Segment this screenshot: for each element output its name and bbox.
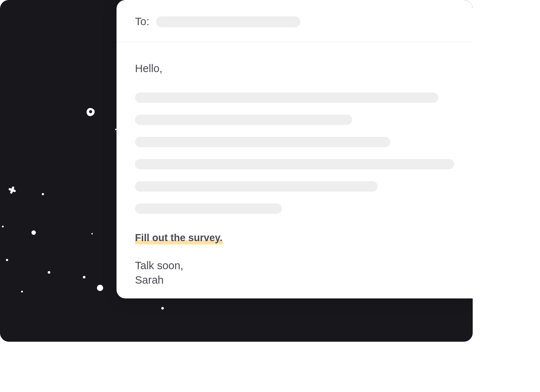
blob-icon — [87, 108, 95, 116]
star-icon — [83, 276, 85, 278]
star-icon — [2, 226, 4, 227]
space-background: To: Hello, Fill out the survey. Talk soo… — [0, 0, 473, 342]
body-placeholder-line — [135, 92, 438, 103]
to-label: To: — [135, 16, 149, 28]
to-field-row: To: — [117, 0, 473, 42]
body-placeholder-line — [135, 203, 282, 214]
closing-text: Talk soon, Sarah — [135, 258, 454, 287]
email-compose-card: To: Hello, Fill out the survey. Talk soo… — [117, 0, 473, 298]
greeting-text: Hello, — [135, 62, 454, 75]
closing-phrase: Talk soon, — [135, 260, 183, 271]
star-icon — [48, 271, 50, 274]
to-input-placeholder[interactable] — [156, 16, 300, 27]
signature: Sarah — [135, 274, 163, 286]
star-icon — [21, 291, 23, 293]
star-icon — [161, 307, 164, 310]
survey-link[interactable]: Fill out the survey. — [135, 232, 223, 244]
body-placeholder-line — [135, 137, 390, 147]
body-placeholder-line — [135, 159, 454, 169]
star-icon — [42, 193, 44, 195]
email-body[interactable]: Hello, Fill out the survey. Talk soon, S… — [117, 42, 473, 298]
star-icon — [6, 259, 8, 261]
body-placeholder-line — [135, 115, 352, 125]
star-icon — [91, 233, 93, 234]
body-placeholder-line — [135, 181, 378, 192]
cross-icon — [7, 185, 17, 195]
star-icon — [31, 230, 36, 235]
star-icon — [97, 285, 103, 291]
